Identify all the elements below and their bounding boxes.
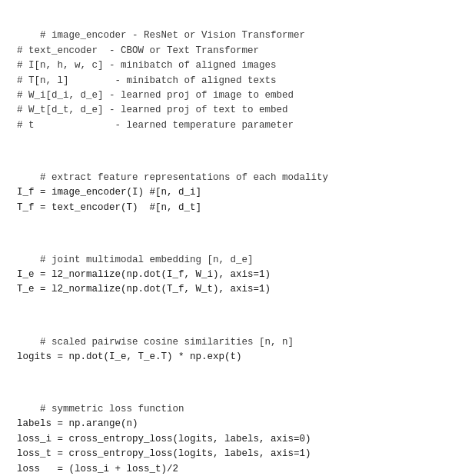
extract-section: # extract feature representations of eac… bbox=[17, 155, 448, 230]
loss-comment: # symmetric loss function bbox=[40, 404, 184, 414]
comment-line-1: # image_encoder - ResNet or Vision Trans… bbox=[17, 30, 305, 130]
loss-section: # symmetric loss function labels = np.ar… bbox=[17, 388, 448, 476]
loss-code: labels = np.arange(n) loss_i = cross_ent… bbox=[17, 418, 311, 474]
comments-section: # image_encoder - ResNet or Vision Trans… bbox=[17, 14, 448, 148]
embedding-section: # joint multimodal embedding [n, d_e] I_… bbox=[17, 238, 448, 312]
extract-comment: # extract feature representations of eac… bbox=[40, 172, 328, 183]
cosine-code: logits = np.dot(I_e, T_e.T) * np.exp(t) bbox=[17, 351, 242, 362]
cosine-comment: # scaled pairwise cosine similarities [n… bbox=[40, 337, 294, 348]
extract-code: I_f = image_encoder(I) #[n, d_i] T_f = t… bbox=[17, 187, 201, 212]
embedding-comment: # joint multimodal embedding [n, d_e] bbox=[40, 255, 254, 265]
embedding-code: I_e = l2_normalize(np.dot(I_f, W_i), axi… bbox=[17, 269, 271, 295]
cosine-section: # scaled pairwise cosine similarities [n… bbox=[17, 320, 448, 380]
code-container: # image_encoder - ResNet or Vision Trans… bbox=[17, 14, 448, 476]
